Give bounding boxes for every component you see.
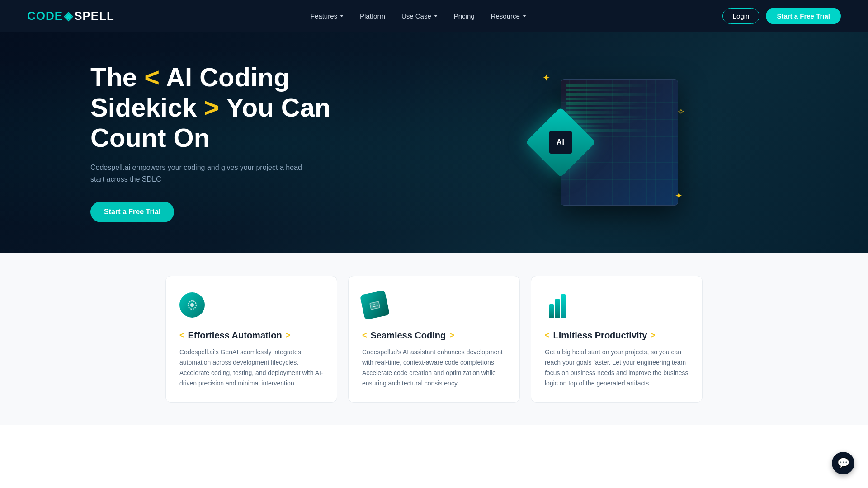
chevron-down-icon	[523, 15, 526, 17]
nav-item-pricing[interactable]: Pricing	[454, 12, 475, 20]
hero-title: The < AI Coding Sidekick > You Can Count…	[90, 62, 362, 153]
sparkle-icon-2: ✦	[675, 190, 683, 201]
bar-icon	[549, 304, 554, 318]
hero-description: Codespell.ai empowers your coding and gi…	[90, 162, 307, 185]
nav-link-usecase[interactable]: Use Case	[401, 12, 438, 20]
card-title-coding: < Seamless Coding >	[362, 330, 506, 341]
bracket-right-icon: >	[204, 93, 226, 122]
nav-actions: Login Start a Free Trial	[722, 8, 841, 24]
card-title-automation: < Effortless Automation >	[179, 330, 323, 341]
svg-rect-2	[370, 301, 380, 310]
cards-section: < Effortless Automation > Codespell.ai's…	[0, 253, 868, 425]
card-coding: < Seamless Coding > Codespell.ai's AI as…	[348, 276, 520, 403]
nav-link-pricing[interactable]: Pricing	[454, 12, 475, 20]
code-line	[566, 93, 662, 96]
hero-title-line3: Count On	[90, 123, 210, 152]
chevron-down-icon	[340, 15, 344, 17]
nav-link-features[interactable]: Features	[311, 12, 344, 20]
ai-illustration: AI ✦ ✦ ✧	[515, 70, 687, 215]
logo[interactable]: CODE◈SPELL	[27, 9, 114, 23]
logo-icon: ◈	[64, 9, 73, 23]
diamond-shape: AI	[525, 107, 596, 178]
code-line	[566, 84, 651, 87]
bracket-left-decoration: <	[179, 331, 184, 340]
sparkle-icon-3: ✧	[677, 106, 685, 117]
nav-item-features[interactable]: Features	[311, 12, 344, 20]
bracket-left-decoration: <	[545, 331, 550, 340]
hero-section: The < AI Coding Sidekick > You Can Count…	[0, 32, 868, 253]
diamond-inner: AI	[549, 131, 572, 154]
card-productivity: < Limitless Productivity > Get a big hea…	[531, 276, 703, 403]
coding-icon	[360, 290, 390, 320]
productivity-icon	[545, 292, 570, 318]
bar-icon	[555, 299, 560, 318]
card-icon-productivity	[545, 292, 572, 319]
nav-link-resource[interactable]: Resource	[491, 12, 526, 20]
code-line	[566, 98, 609, 100]
nav-links: Features Platform Use Case Pricing Resou…	[311, 12, 526, 20]
coding-svg	[367, 297, 382, 312]
automation-svg	[186, 299, 198, 311]
card-desc-automation: Codespell.ai's GenAI seamlessly integrat…	[179, 347, 323, 389]
automation-icon	[179, 292, 205, 318]
sparkle-icon-1: ✦	[542, 72, 550, 83]
nav-item-resource[interactable]: Resource	[491, 12, 526, 20]
hero-title-line2: Sidekick > You Can	[90, 93, 330, 122]
navbar: CODE◈SPELL Features Platform Use Case Pr…	[0, 0, 868, 32]
logo-code: CODE	[27, 9, 63, 23]
nav-link-platform[interactable]: Platform	[360, 12, 385, 20]
card-desc-productivity: Get a big head start on your projects, s…	[545, 347, 689, 389]
card-icon-automation	[179, 292, 207, 319]
nav-item-platform[interactable]: Platform	[360, 12, 385, 20]
trial-button-nav[interactable]: Start a Free Trial	[766, 8, 841, 24]
bracket-right-decoration: >	[286, 331, 291, 340]
svg-point-1	[190, 303, 194, 307]
login-button[interactable]: Login	[722, 8, 760, 24]
code-line	[566, 102, 641, 105]
card-automation: < Effortless Automation > Codespell.ai's…	[165, 276, 337, 403]
code-line	[566, 89, 630, 91]
bracket-right-decoration: >	[651, 331, 656, 340]
diamond-ai-label: AI	[557, 138, 565, 146]
bracket-right-decoration: >	[449, 331, 454, 340]
bar-icon	[561, 294, 566, 318]
hero-visual: AI ✦ ✦ ✧	[362, 70, 841, 215]
nav-item-usecase[interactable]: Use Case	[401, 12, 438, 20]
bracket-left-decoration: <	[362, 331, 367, 340]
card-icon-coding	[362, 292, 389, 319]
ai-diamond: AI	[524, 106, 597, 178]
chevron-down-icon	[434, 15, 438, 17]
card-desc-coding: Codespell.ai's AI assistant enhances dev…	[362, 347, 506, 389]
card-title-productivity: < Limitless Productivity >	[545, 330, 689, 341]
logo-spell: SPELL	[74, 9, 114, 23]
trial-button-hero[interactable]: Start a Free Trial	[90, 202, 174, 222]
hero-title-line1: The < AI Coding	[90, 62, 290, 92]
bracket-left-icon: <	[144, 62, 166, 92]
hero-content: The < AI Coding Sidekick > You Can Count…	[90, 62, 362, 222]
